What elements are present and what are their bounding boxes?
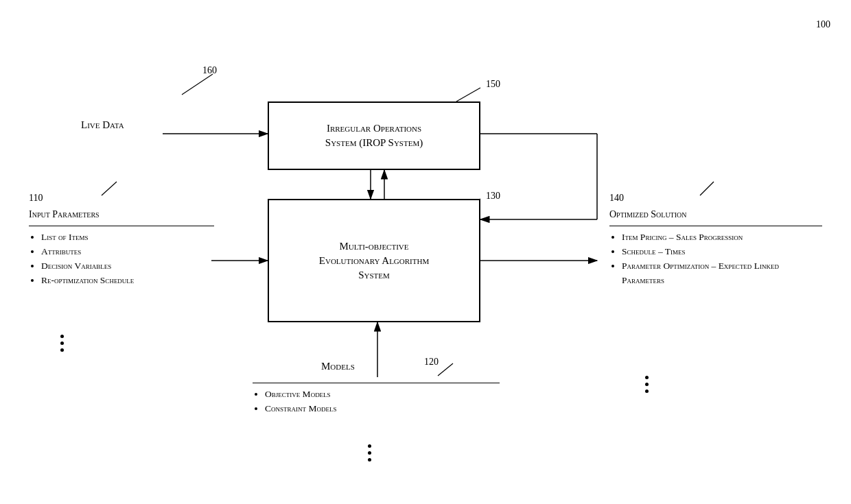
live-data-label: Live Data (81, 117, 124, 133)
list-item: Schedule – Times (622, 245, 822, 259)
models-dots (368, 444, 371, 461)
optimized-block: 140 Optimized Solution Item Pricing – Sa… (609, 191, 822, 287)
models-list: Objective Models Constraint Models (253, 387, 500, 416)
diagram-container: 100 160 Live Data Irregular OperationsSy… (0, 0, 851, 504)
irop-box: Irregular OperationsSystem (IROP System) (268, 101, 480, 170)
list-item: Parameter Optimization – Expected Linked… (622, 259, 822, 288)
ref-100: 100 (816, 19, 830, 30)
list-item: Re-optimization Schedule (41, 274, 214, 288)
moea-label: Multi-objectiveEvolutionary AlgorithmSys… (319, 239, 429, 283)
models-block: Objective Models Constraint Models (253, 383, 500, 416)
list-item: Decision Variables (41, 259, 214, 274)
input-params-list: List of Items Attributes Decision Variab… (29, 230, 214, 288)
list-item: Attributes (41, 245, 214, 259)
optimized-list: Item Pricing – Sales Progression Schedul… (609, 230, 822, 288)
ref-120: 120 (424, 357, 439, 368)
ref-150: 150 (486, 79, 500, 90)
list-item: Constraint Models (265, 402, 500, 416)
moea-box: Multi-objectiveEvolutionary AlgorithmSys… (268, 199, 480, 322)
models-label: Models (321, 358, 355, 374)
svg-line-11 (182, 74, 213, 95)
list-item: Objective Models (265, 387, 500, 402)
list-item: Item Pricing – Sales Progression (622, 230, 822, 245)
irop-label: Irregular OperationsSystem (IROP System) (325, 121, 423, 150)
optimized-title: Optimized Solution (609, 207, 822, 222)
ref-160: 160 (202, 65, 217, 76)
svg-line-16 (438, 363, 453, 376)
input-params-block: 110 Input Parameters List of Items Attri… (29, 191, 214, 287)
svg-line-12 (456, 88, 480, 101)
ref-130: 130 (486, 191, 500, 202)
input-params-dots (60, 335, 64, 352)
list-item: List of Items (41, 230, 214, 245)
optimized-dots (645, 376, 649, 393)
input-params-title: Input Parameters (29, 207, 214, 222)
